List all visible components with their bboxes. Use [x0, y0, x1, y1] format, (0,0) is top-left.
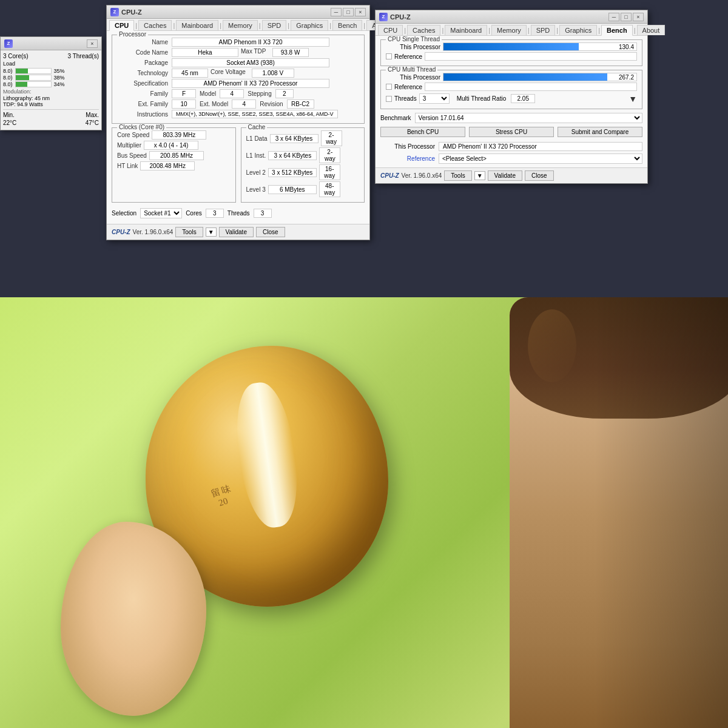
- cpuz2-minimize-btn[interactable]: ─: [608, 13, 619, 21]
- this-proc-info-label: This Processor: [380, 143, 435, 150]
- cpuz1-maximize-btn[interactable]: □: [343, 8, 354, 16]
- mini-cores-row: 3 Core(s) 3 Thread(s): [3, 53, 99, 59]
- mini-lithography-value: 45 nm: [35, 95, 50, 101]
- l1data-row: L1 Data 3 x 64 KBytes 2-way: [246, 130, 360, 146]
- package-row: Package Socket AM3 (938): [117, 58, 359, 67]
- family-row: Family F Model 4 Stepping 2: [117, 89, 359, 98]
- benchmark-version-select[interactable]: Version 17.01.64: [415, 113, 642, 123]
- cpuz2-icon: Z: [379, 13, 388, 21]
- multi-this-processor-row: This Processor 267.2: [386, 73, 637, 81]
- extmodel-value: 4: [232, 99, 256, 109]
- tab-spd-2[interactable]: SPD: [531, 25, 556, 35]
- extfamily-value: 10: [172, 99, 196, 109]
- mini-temp-min: 22°C: [3, 120, 16, 126]
- reference-select[interactable]: <Please Select>: [439, 153, 642, 164]
- cpuz2-tools-btn[interactable]: Tools: [444, 170, 471, 181]
- tab-memory-2[interactable]: Memory: [491, 25, 527, 35]
- cpuz1-icon: Z: [110, 8, 119, 16]
- tab-graphics-2[interactable]: Graphics: [559, 25, 597, 35]
- mini-bar-2: [15, 81, 52, 87]
- level3-way: 48-way: [319, 181, 340, 197]
- mini-load-row-1: 8.0) 38%: [3, 75, 99, 81]
- name-value: AMD Phenom II X3 720: [172, 38, 329, 47]
- multi-ref-bar: [425, 83, 637, 91]
- model-label: Model: [196, 90, 220, 97]
- tab-memory-1[interactable]: Memory: [223, 20, 258, 30]
- bench-cpu-btn[interactable]: Bench CPU: [380, 127, 465, 137]
- extfamily-label: Ext. Family: [117, 101, 172, 107]
- mini-close-btn[interactable]: ×: [87, 39, 98, 48]
- cpuz2-close-btn[interactable]: ×: [633, 13, 644, 21]
- cpuz2-close-btn[interactable]: Close: [525, 170, 554, 181]
- multi-reference-row: Reference: [386, 83, 637, 91]
- tab-graphics-1[interactable]: Graphics: [291, 20, 328, 30]
- single-ref-bar: [425, 52, 637, 61]
- clocks-group-label: Clocks (Core #0): [117, 124, 166, 130]
- cookie-text: 留 味 20: [209, 483, 235, 510]
- l1inst-row: L1 Inst. 3 x 64 KBytes 2-way: [246, 147, 360, 163]
- cpuz1-validate-btn[interactable]: Validate: [219, 227, 254, 237]
- cpuz1-minimize-btn[interactable]: ─: [331, 8, 342, 16]
- action-buttons: Bench CPU Stress CPU Submit and Compare: [380, 127, 642, 137]
- ht-link-value: 2008.48 MHz: [140, 161, 195, 170]
- codename-label: Code Name: [117, 49, 172, 56]
- codename-value: Heka: [172, 48, 238, 57]
- single-ref-checkbox[interactable]: [386, 53, 392, 59]
- submit-compare-btn[interactable]: Submit and Compare: [558, 127, 642, 137]
- cpuz1-tools-dropdown[interactable]: ▼: [206, 228, 217, 237]
- processor-group-label: Processor: [117, 31, 148, 38]
- tab-about-2[interactable]: About: [637, 25, 666, 35]
- multi-ratio-value: 2.05: [511, 94, 535, 103]
- multiplier-label: Multiplier: [117, 142, 141, 149]
- mini-controls[interactable]: ×: [87, 39, 98, 48]
- multiplier-value: x 4.0 (4 - 14): [144, 141, 198, 150]
- cpuz1-controls[interactable]: ─ □ ×: [331, 8, 366, 16]
- tab-mainboard-2[interactable]: Mainboard: [445, 25, 487, 35]
- mini-temp-values: 22°C 47°C: [3, 120, 99, 126]
- tab-cpu-2[interactable]: CPU: [378, 25, 403, 35]
- benchmark-label: Benchmark: [380, 115, 411, 121]
- level3-value: 6 MBytes: [268, 185, 317, 194]
- ht-link-row: HT Link 2008.48 MHz: [117, 161, 231, 170]
- cpuz2-controls[interactable]: ─ □ ×: [608, 13, 644, 21]
- mini-bar-fill-0: [16, 69, 28, 73]
- level2-value: 3 x 512 KBytes: [268, 168, 317, 177]
- tab-bench-2[interactable]: Bench: [601, 25, 633, 36]
- specification-row: Specification AMD Phenom' II X3 720 Proc…: [117, 79, 359, 88]
- single-this-proc-fill: [443, 43, 579, 50]
- tab-spd-1[interactable]: SPD: [262, 20, 287, 30]
- tab-caches-2[interactable]: Caches: [407, 25, 440, 35]
- specification-value: AMD Phenom' II X3 720 Processor: [172, 79, 329, 88]
- family-value: F: [172, 89, 196, 98]
- bus-speed-label: Bus Speed: [117, 152, 147, 159]
- mini-modulation: Modulation:: [3, 89, 99, 95]
- multi-ref-checkbox[interactable]: [386, 84, 392, 90]
- cpuz1-tools-btn[interactable]: Tools: [175, 227, 203, 237]
- cpuz2-tools-dropdown[interactable]: ▼: [474, 171, 485, 180]
- codename-pair: Heka Max TDP 93.8 W: [172, 48, 309, 57]
- cpuz2-validate-btn[interactable]: Validate: [488, 170, 522, 181]
- level2-row: Level 2 3 x 512 KBytes 16-way: [246, 164, 360, 180]
- cpuz1-title-text: CPU-Z: [121, 8, 142, 16]
- codename-row: Code Name Heka Max TDP 93.8 W: [117, 48, 359, 57]
- single-this-processor-row: This Processor 130.4: [386, 42, 637, 51]
- cpuz1-close-btn[interactable]: Close: [256, 227, 285, 237]
- threads-checkbox[interactable]: [386, 96, 392, 102]
- selection-select[interactable]: Socket #1: [140, 208, 182, 218]
- threads-label: Threads: [228, 210, 250, 217]
- cpuz2-maximize-btn[interactable]: □: [621, 13, 632, 21]
- threads-select[interactable]: 3: [419, 93, 450, 104]
- single-this-proc-value: 130.4: [619, 44, 634, 50]
- technology-value: 45 nm: [172, 69, 208, 78]
- tab-mainboard-1[interactable]: Mainboard: [176, 20, 218, 30]
- tab-bench-1[interactable]: Bench: [332, 20, 362, 30]
- technology-label: Technology: [117, 70, 172, 76]
- cpuz1-close-btn[interactable]: ×: [355, 8, 366, 16]
- stress-cpu-btn[interactable]: Stress CPU: [469, 127, 554, 137]
- multiplier-row: Multiplier x 4.0 (4 - 14): [117, 141, 231, 150]
- tab-cpu-1[interactable]: CPU: [109, 20, 134, 31]
- name-label: Name: [117, 39, 172, 46]
- level3-row: Level 3 6 MBytes 48-way: [246, 181, 360, 197]
- mini-load-pct-0: 35%: [54, 68, 65, 74]
- tab-caches-1[interactable]: Caches: [138, 20, 172, 30]
